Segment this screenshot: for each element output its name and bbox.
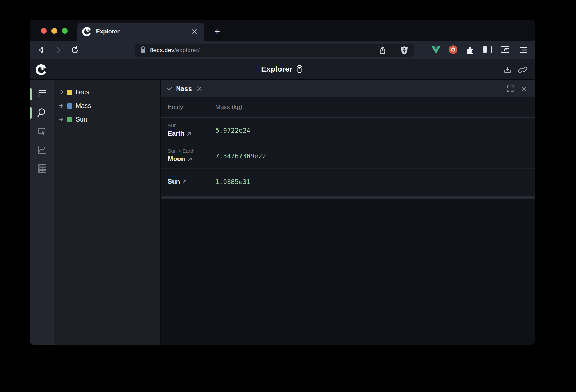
- navigation-bar: flecs.dev/explorer/: [30, 41, 535, 59]
- tree-item-label: Sun: [76, 116, 87, 123]
- page-title: Explorer: [30, 64, 535, 75]
- external-link-icon: [188, 157, 192, 161]
- lock-icon[interactable]: [140, 46, 146, 54]
- search-panel-icon[interactable]: [30, 103, 54, 122]
- external-link-icon: [183, 179, 187, 184]
- expander-arrow-icon[interactable]: [58, 117, 66, 122]
- entity-link[interactable]: Moon: [168, 155, 215, 164]
- tab-close-icon[interactable]: [190, 27, 199, 36]
- expander-arrow-icon[interactable]: [58, 104, 66, 108]
- query-tab-close-icon[interactable]: [195, 85, 203, 93]
- entity-link[interactable]: Sun: [168, 177, 215, 186]
- chevron-down-icon[interactable]: [166, 87, 172, 91]
- entity-cell: Sun Earth: [168, 122, 215, 138]
- tree-item-flecs[interactable]: flecs: [54, 85, 160, 99]
- zoom-window-button[interactable]: [62, 28, 68, 34]
- entity-parent-path: Sun: [168, 122, 215, 129]
- tab-bar: Explorer +: [30, 20, 535, 41]
- inspector-panel-icon[interactable]: [30, 122, 54, 141]
- expander-arrow-icon[interactable]: [58, 90, 66, 94]
- column-header-entity[interactable]: Entity: [168, 104, 215, 111]
- panel-close-icon[interactable]: [519, 84, 529, 94]
- flecs-favicon-icon: [82, 27, 92, 36]
- minimize-window-button[interactable]: [51, 28, 57, 34]
- close-window-button[interactable]: [41, 28, 47, 34]
- entity-link[interactable]: Earth: [168, 129, 215, 138]
- entity-color-swatch: [67, 90, 72, 95]
- back-icon[interactable]: [35, 44, 47, 56]
- tab-title: Explorer: [96, 28, 190, 35]
- new-tab-button[interactable]: +: [210, 24, 224, 38]
- entity-parent-path: Sun > Earth: [168, 148, 215, 155]
- forward-icon[interactable]: [52, 44, 64, 56]
- active-panel-indicator: [30, 107, 32, 119]
- tree-item-mass[interactable]: Mass: [54, 99, 160, 113]
- extension-icons: [430, 44, 510, 55]
- app-body: flecs Mass Sun: [30, 80, 535, 345]
- entity-cell: Sun > Earth Moon: [168, 148, 215, 164]
- menu-icon[interactable]: [517, 44, 530, 56]
- tree-item-label: flecs: [76, 88, 89, 96]
- mass-value: 1.9885e31: [215, 178, 251, 186]
- tree-item-sun[interactable]: Sun: [54, 113, 160, 126]
- tree-item-label: Mass: [76, 102, 91, 110]
- entity-tree-panel: flecs Mass Sun: [54, 80, 160, 345]
- address-bar-divider: [393, 46, 393, 54]
- url-path: /explorer/: [174, 47, 200, 54]
- brave-shield-icon[interactable]: [399, 45, 410, 56]
- hexagon-extension-icon[interactable]: [447, 44, 459, 55]
- query-tab-label[interactable]: Mass: [176, 85, 192, 92]
- table-row: Sun 1.9885e31: [161, 169, 535, 195]
- vue-devtools-icon[interactable]: [430, 44, 441, 55]
- url-text: flecs.dev/explorer/: [150, 47, 200, 54]
- share-icon[interactable]: [377, 45, 388, 56]
- fullscreen-icon[interactable]: [505, 84, 515, 94]
- browser-window: Explorer +: [30, 20, 535, 345]
- external-link-icon: [187, 132, 191, 136]
- entity-cell: Sun: [168, 177, 215, 186]
- browser-tab-explorer[interactable]: Explorer: [77, 23, 204, 41]
- traffic-lights: [41, 28, 68, 34]
- remote-connection-icon[interactable]: [296, 64, 303, 75]
- header-actions: [503, 59, 527, 80]
- wallet-icon[interactable]: [499, 44, 510, 55]
- icon-rail: [30, 80, 54, 345]
- mass-value: 5.9722e24: [215, 127, 251, 134]
- address-bar[interactable]: flecs.dev/explorer/: [135, 44, 414, 57]
- link-icon[interactable]: [518, 65, 527, 74]
- reload-icon[interactable]: [69, 44, 81, 56]
- table-row: Sun > Earth Moon 7.34767309e22: [161, 143, 535, 169]
- tree-panel-icon[interactable]: [30, 85, 54, 103]
- mass-value: 7.34767309e22: [215, 152, 266, 160]
- table-header-row: Entity Mass (kg): [161, 97, 535, 118]
- panel-resize-handle[interactable]: [161, 196, 535, 199]
- chart-panel-icon[interactable]: [30, 141, 54, 159]
- table-row: Sun Earth 5.9722e24: [161, 118, 535, 143]
- main-canvas: Mass Entity Mass: [160, 80, 535, 345]
- entity-color-swatch: [67, 103, 72, 109]
- query-panel-header: Mass: [161, 80, 535, 97]
- url-domain: flecs.dev: [150, 47, 174, 54]
- column-header-value[interactable]: Mass (kg): [215, 104, 242, 111]
- explorer-header: Explorer: [30, 59, 535, 80]
- active-panel-indicator: [30, 88, 32, 100]
- sidebar-toggle-icon[interactable]: [482, 44, 493, 55]
- download-icon[interactable]: [503, 65, 512, 74]
- extensions-puzzle-icon[interactable]: [465, 44, 476, 55]
- stats-panel-icon[interactable]: [30, 159, 54, 178]
- entity-color-swatch: [67, 117, 72, 122]
- query-panel: Mass Entity Mass: [161, 80, 535, 199]
